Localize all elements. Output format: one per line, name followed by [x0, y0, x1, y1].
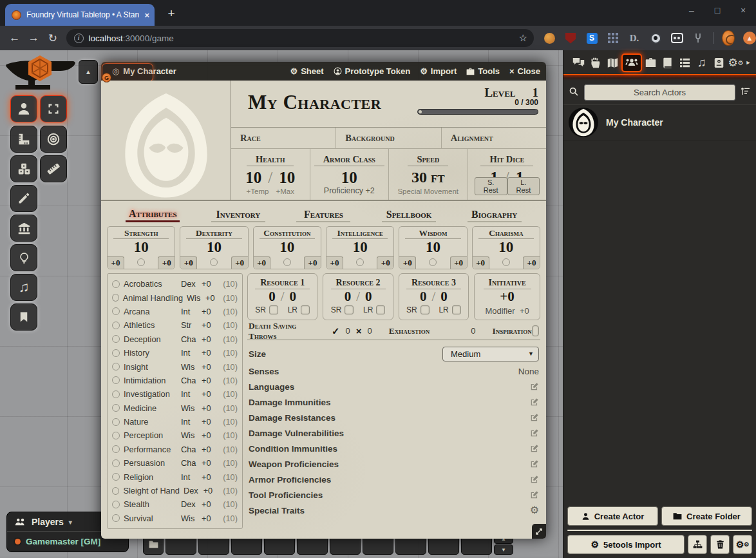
- scenes-tab-icon[interactable]: [604, 54, 621, 71]
- resource-current[interactable]: 0: [345, 289, 352, 304]
- resource-label[interactable]: Resource 2: [331, 278, 386, 289]
- tab-spellbook[interactable]: Spellbook: [382, 209, 436, 222]
- speed-value[interactable]: 30 ft: [389, 169, 468, 186]
- back-icon[interactable]: ←: [5, 32, 24, 44]
- ability-score[interactable]: 10: [108, 239, 175, 256]
- skill-row[interactable]: Deception Cha +0 (10): [112, 332, 238, 346]
- resource-max[interactable]: 0: [440, 289, 448, 304]
- skill-row[interactable]: Perception Wis +0 (10): [112, 428, 238, 442]
- hotbar-page-down-button[interactable]: ▼: [494, 544, 513, 555]
- initiative-label[interactable]: Initiative: [484, 278, 531, 289]
- ability-score[interactable]: 10: [326, 239, 393, 256]
- notes-tool-button[interactable]: [10, 303, 37, 331]
- background-field[interactable]: Background: [336, 128, 441, 148]
- ability-save-mod[interactable]: +0: [399, 256, 416, 269]
- lr-checkbox[interactable]: [301, 305, 310, 314]
- hp-current[interactable]: 10: [245, 169, 261, 186]
- walls-tool-button[interactable]: [10, 215, 37, 242]
- ability-score[interactable]: 10: [473, 239, 540, 256]
- sort-folders-icon[interactable]: [741, 86, 751, 99]
- skill-row[interactable]: Athletics Str +0 (10): [112, 318, 238, 332]
- ability-name[interactable]: Strength: [113, 228, 169, 239]
- special-movement-label[interactable]: Special Movement: [389, 188, 468, 195]
- ability-name[interactable]: Charisma: [478, 228, 534, 239]
- fork-extension-icon[interactable]: [692, 32, 704, 44]
- 5etools-import-button[interactable]: ⚙ 5etools Import: [567, 535, 685, 554]
- forward-icon[interactable]: →: [24, 32, 44, 44]
- skill-row[interactable]: Survival Wis +0 (10): [112, 512, 238, 525]
- url-bar[interactable]: i localhost:30000/game ☆: [66, 29, 534, 47]
- skill-row[interactable]: Insight Wis +0 (10): [112, 360, 238, 373]
- short-rest-button[interactable]: S. Rest: [475, 177, 507, 195]
- hp-temp-label[interactable]: +Temp: [247, 188, 269, 195]
- skill-row[interactable]: Animal Handling Wis +0 (10): [112, 291, 238, 304]
- skill-row[interactable]: Acrobatics Dex +0 (10): [112, 277, 238, 291]
- skill-proficiency-radio[interactable]: [112, 487, 119, 495]
- drawing-tool-button[interactable]: [10, 185, 37, 212]
- skill-row[interactable]: Nature Int +0 (10): [112, 415, 238, 428]
- ability-name[interactable]: Constitution: [260, 228, 315, 239]
- configure-gears-button[interactable]: ⚙⚙: [733, 535, 752, 554]
- ability-save-mod[interactable]: +0: [326, 256, 343, 269]
- hp-tempmax-label[interactable]: +Max: [276, 188, 294, 195]
- ability-proficiency-radio[interactable]: [210, 258, 218, 266]
- create-folder-button[interactable]: Create Folder: [661, 506, 752, 526]
- window-maximize-button[interactable]: □: [704, 0, 730, 22]
- character-portrait[interactable]: [101, 81, 231, 200]
- resource-label[interactable]: Resource 1: [255, 278, 310, 289]
- collapse-sidebar-icon[interactable]: ►: [744, 54, 752, 71]
- resource-current[interactable]: 0: [420, 289, 427, 304]
- edit-icon[interactable]: [530, 428, 539, 438]
- race-field[interactable]: Race: [231, 128, 336, 148]
- tab-features[interactable]: Features: [296, 209, 350, 222]
- window-close-button[interactable]: ×: [730, 0, 756, 22]
- ability-score[interactable]: 10: [180, 239, 247, 256]
- ability-save-mod[interactable]: +0: [473, 256, 489, 269]
- skill-proficiency-radio[interactable]: [112, 376, 120, 384]
- ability-proficiency-radio[interactable]: [356, 258, 364, 266]
- xp-text[interactable]: 0 / 300: [417, 98, 538, 107]
- resource-max[interactable]: 0: [365, 289, 372, 304]
- tab-biography[interactable]: Biography: [468, 209, 522, 222]
- edit-icon[interactable]: [530, 490, 539, 499]
- edit-icon[interactable]: [530, 444, 539, 453]
- skill-row[interactable]: Intimidation Cha +0 (10): [112, 374, 238, 387]
- resize-handle[interactable]: [532, 524, 546, 539]
- skill-proficiency-radio[interactable]: [112, 445, 120, 453]
- edit-icon[interactable]: [530, 382, 539, 391]
- chat-tab-icon[interactable]: [570, 54, 587, 71]
- resource-max[interactable]: 0: [290, 289, 297, 304]
- skill-proficiency-radio[interactable]: [112, 363, 120, 370]
- select-targets-tool-button[interactable]: [40, 95, 67, 122]
- ability-save-mod[interactable]: +0: [254, 256, 270, 269]
- edit-icon[interactable]: [530, 459, 539, 468]
- items-tab-icon[interactable]: [642, 54, 659, 71]
- skill-proficiency-radio[interactable]: [112, 459, 120, 467]
- skill-proficiency-radio[interactable]: [112, 473, 120, 481]
- eye-extension-icon[interactable]: [650, 33, 661, 44]
- import-button[interactable]: ⚙Import: [420, 66, 457, 76]
- skill-proficiency-radio[interactable]: [112, 280, 120, 288]
- ability-save-mod[interactable]: +0: [108, 256, 124, 269]
- death-fail-icon[interactable]: ×: [356, 325, 362, 336]
- s-extension-icon[interactable]: S: [587, 33, 598, 44]
- measure-tool-button[interactable]: [40, 155, 67, 182]
- journal-tab-icon[interactable]: [659, 54, 676, 71]
- oo-extension-icon[interactable]: [671, 33, 683, 43]
- sr-checkbox[interactable]: [345, 305, 354, 314]
- settings-tab-icon[interactable]: ⚙⚙: [728, 54, 744, 71]
- ability-name[interactable]: Wisdom: [405, 228, 460, 239]
- hp-max[interactable]: 10: [279, 169, 295, 186]
- skill-row[interactable]: Stealth Dex +0 (10): [112, 497, 238, 511]
- skill-proficiency-radio[interactable]: [112, 322, 120, 329]
- skill-row[interactable]: Investigation Int +0 (10): [112, 387, 238, 401]
- senses-value[interactable]: None: [518, 367, 539, 376]
- profile-avatar[interactable]: [722, 30, 735, 46]
- character-name[interactable]: My Character: [248, 86, 381, 126]
- actor-avatar[interactable]: [569, 108, 598, 137]
- sr-checkbox[interactable]: [269, 305, 278, 314]
- combat-tab-icon[interactable]: [587, 54, 604, 71]
- sounds-tool-button[interactable]: ♫: [10, 274, 37, 301]
- create-actor-button[interactable]: Create Actor: [567, 506, 658, 526]
- initiative-mod-value[interactable]: +0: [520, 306, 529, 316]
